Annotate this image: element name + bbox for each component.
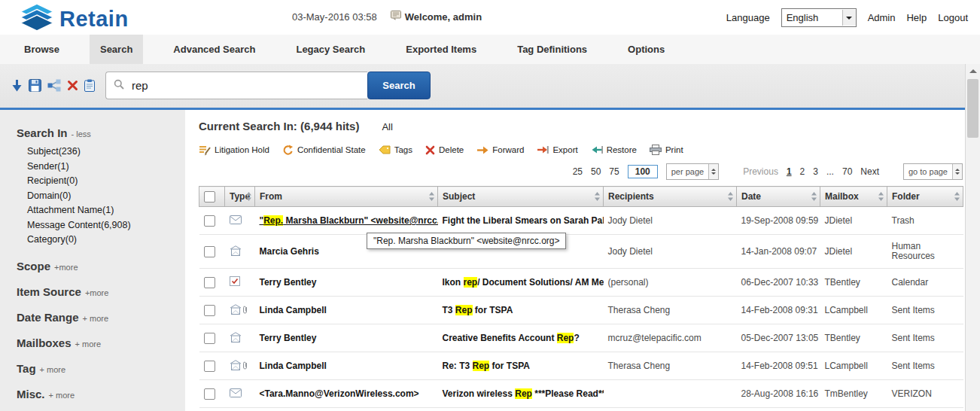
results-scope-all[interactable]: All bbox=[382, 121, 392, 132]
from-cell[interactable]: Linda Campbell bbox=[255, 297, 438, 324]
spinner-arrows-icon[interactable] bbox=[708, 164, 718, 179]
print-icon bbox=[650, 145, 662, 155]
action-confidential-state[interactable]: Confidential State bbox=[282, 145, 366, 156]
per-page-option-50[interactable]: 50 bbox=[591, 166, 601, 177]
download-icon[interactable] bbox=[11, 79, 23, 92]
sidebar-section-toggle[interactable]: + more bbox=[83, 314, 109, 323]
sort-icon[interactable] bbox=[878, 192, 884, 203]
sidebar-section-toggle[interactable]: +more bbox=[54, 263, 78, 272]
per-page-option-100-selected[interactable]: 100 bbox=[628, 165, 658, 178]
action-forward[interactable]: Forward bbox=[476, 145, 524, 154]
from-cell[interactable]: Terry Bentley bbox=[255, 269, 438, 297]
admin-link[interactable]: Admin bbox=[868, 12, 896, 23]
sidebar-section-toggle[interactable]: + more bbox=[40, 365, 66, 374]
subject-cell[interactable]: Ikon rep/ Document Solutions/ AM Meeting bbox=[438, 269, 604, 297]
sidebar-section-title: Tag bbox=[17, 362, 36, 375]
search-button[interactable]: Search bbox=[367, 72, 431, 99]
sort-icon[interactable] bbox=[595, 192, 600, 203]
previous-page-link[interactable]: Previous bbox=[743, 166, 778, 177]
type-cell bbox=[225, 235, 255, 269]
action-print[interactable]: Print bbox=[650, 145, 683, 155]
subject-cell[interactable]: Creative Benefits Account Rep? bbox=[438, 324, 604, 352]
search-box bbox=[105, 72, 367, 99]
sidebar-item-message-content-6-908[interactable]: Message Content(6,908) bbox=[27, 218, 185, 233]
action-export[interactable]: Export bbox=[537, 145, 577, 154]
clipboard-icon[interactable] bbox=[84, 79, 95, 92]
mailbox-cell: LCampbell bbox=[820, 297, 887, 324]
language-select[interactable]: English bbox=[781, 8, 857, 27]
select-all-checkbox[interactable] bbox=[204, 191, 215, 202]
from-cell[interactable]: <Tara.Manno@VerizonWireless.com> bbox=[255, 380, 438, 408]
column-header-type[interactable]: Type bbox=[225, 187, 255, 207]
column-header-from[interactable]: From bbox=[255, 187, 438, 207]
action-restore[interactable]: Restore bbox=[591, 145, 637, 154]
sidebar-item-subject-236[interactable]: Subject(236) bbox=[27, 145, 185, 160]
sidebar-section-toggle[interactable]: - less bbox=[72, 129, 91, 139]
sidebar-item-domain-0[interactable]: Domain(0) bbox=[27, 189, 185, 204]
search-input[interactable] bbox=[130, 78, 360, 93]
action-label: Tags bbox=[394, 145, 412, 154]
column-header-subject[interactable]: Subject bbox=[438, 187, 604, 207]
sidebar-item-recipient-0[interactable]: Recipient(0) bbox=[27, 174, 185, 189]
row-checkbox[interactable] bbox=[204, 277, 215, 288]
sort-icon[interactable] bbox=[246, 192, 251, 203]
sort-icon[interactable] bbox=[728, 192, 733, 203]
sidebar-item-category-0[interactable]: Category(0) bbox=[27, 233, 185, 248]
from-cell[interactable]: Linda Campbell bbox=[255, 352, 438, 380]
row-checkbox[interactable] bbox=[204, 361, 215, 372]
scroll-thumb[interactable] bbox=[967, 79, 978, 138]
row-checkbox[interactable] bbox=[204, 333, 215, 344]
subject-cell[interactable]: Fight the Liberal Smears on Sarah Palin bbox=[438, 207, 604, 235]
row-checkbox[interactable] bbox=[204, 246, 215, 257]
row-checkbox[interactable] bbox=[204, 388, 215, 400]
from-cell[interactable]: c0neve01 bbox=[255, 408, 438, 411]
sort-icon[interactable] bbox=[429, 192, 434, 203]
tab-search[interactable]: Search bbox=[90, 35, 143, 64]
sidebar-section-toggle[interactable]: +more bbox=[85, 288, 109, 297]
from-cell[interactable]: "Rep. Marsha Blackburn" <website@nrcc.or bbox=[255, 207, 438, 235]
scroll-up-button[interactable] bbox=[966, 64, 980, 78]
tab-options[interactable]: Options bbox=[617, 35, 675, 64]
column-header-date[interactable]: Date bbox=[737, 187, 820, 207]
clear-icon[interactable] bbox=[67, 80, 78, 91]
per-page-select[interactable]: per page bbox=[666, 163, 719, 180]
go-to-page-input[interactable]: go to page bbox=[903, 163, 963, 180]
next-page-link[interactable]: Next bbox=[860, 166, 879, 177]
sidebar-item-sender-1[interactable]: Sender(1) bbox=[27, 160, 185, 175]
row-checkbox[interactable] bbox=[204, 305, 215, 316]
spinner-arrows-icon[interactable] bbox=[952, 164, 962, 179]
tab-legacy-search[interactable]: Legacy Search bbox=[285, 35, 376, 64]
from-cell[interactable]: Terry Bentley bbox=[255, 324, 438, 352]
help-link[interactable]: Help bbox=[906, 12, 927, 23]
page-link-1[interactable]: 1 bbox=[787, 166, 792, 177]
subject-cell[interactable]: Verizon wireless Rep ***Please Read*** bbox=[438, 380, 604, 408]
action-delete[interactable]: Delete bbox=[425, 145, 464, 155]
column-header-recipients[interactable]: Recipients bbox=[604, 187, 737, 207]
subject-cell[interactable]: T3 Rep for TSPA bbox=[438, 297, 604, 324]
per-page-option-25[interactable]: 25 bbox=[573, 166, 583, 177]
save-icon[interactable] bbox=[29, 79, 41, 92]
subject-cell[interactable]: Re: T3 Rep for TSPA bbox=[438, 352, 604, 380]
sort-icon[interactable] bbox=[954, 192, 960, 203]
column-header-folder[interactable]: Folder bbox=[887, 187, 963, 207]
page-link-70[interactable]: 70 bbox=[842, 166, 852, 177]
share-icon[interactable] bbox=[47, 79, 61, 92]
sidebar-section-toggle[interactable]: + more bbox=[75, 339, 102, 349]
sidebar-section-toggle[interactable]: + more bbox=[49, 391, 75, 400]
column-header-mailbox[interactable]: Mailbox bbox=[820, 187, 887, 207]
tab-tag-definitions[interactable]: Tag Definitions bbox=[507, 35, 598, 64]
tab-exported-items[interactable]: Exported Items bbox=[395, 35, 487, 64]
action-litigation-hold[interactable]: Litigation Hold bbox=[199, 145, 269, 156]
sort-icon[interactable] bbox=[811, 192, 817, 203]
page-link-3[interactable]: 3 bbox=[813, 166, 818, 177]
page-link-2[interactable]: 2 bbox=[800, 166, 805, 177]
per-page-option-75[interactable]: 75 bbox=[609, 166, 619, 177]
tab-advanced-search[interactable]: Advanced Search bbox=[163, 35, 266, 64]
action-tags[interactable]: Tags bbox=[379, 145, 412, 154]
row-checkbox[interactable] bbox=[204, 215, 215, 227]
logout-link[interactable]: Logout bbox=[938, 12, 968, 23]
subject-cell[interactable]: Stage 5 Rep - Wikipedia, the free encycl bbox=[438, 408, 604, 411]
tab-browse[interactable]: Browse bbox=[14, 35, 70, 64]
sidebar-item-attachment-name-1[interactable]: Attachment Name(1) bbox=[27, 203, 185, 218]
vertical-scrollbar[interactable] bbox=[965, 64, 980, 411]
